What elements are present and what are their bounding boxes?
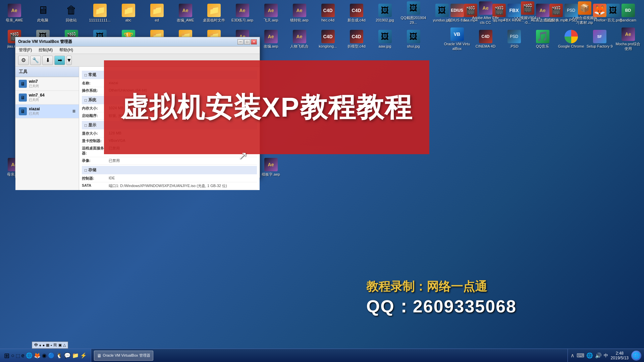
icon-mocha-pro[interactable]: Ae Mocha pro综合使用 [614,26,642,52]
icon-foldmodel[interactable]: C4D 折模型.c4d [342,26,371,52]
desktop-icon-desktop-files[interactable]: 📁 桌面临时文件 [200,0,228,26]
edge-icon[interactable]: e [21,353,24,359]
desktop-icon-abc[interactable]: 📁 abc [114,0,143,26]
icon-edius[interactable]: EDIUS EDIUS 8.5 [443,0,471,26]
vbox-menubar: 管理(F) 控制(M) 帮助(H) [15,47,260,54]
desktop-icon-feitian-aep[interactable]: Ae 飞天.aep [257,0,285,26]
360-tb-icon[interactable]: 🔵 [48,352,55,359]
icon-firefox[interactable]: 🦊 Firefox [585,0,614,26]
desktop-icon-computer[interactable]: 🖥 此电脑 [29,0,57,26]
vbox-titlebar: Oracle VM VirtualBox 管理器 ─ □ ✕ [15,37,260,47]
vm-info-win7: win7 已关闭 [29,79,39,88]
menu-help[interactable]: 帮助(H) [57,47,75,54]
icon-template-aep[interactable]: Ae 模板字.aep [257,154,285,180]
icon-shui[interactable]: 🖼 shui.jpg [399,26,428,52]
toolbar-down-btn[interactable]: ⬇ [42,56,53,65]
tray-icons: ∧ ⌨ 🌐 🔊 中 [571,352,608,359]
icon-virtualbox[interactable]: VB Oracle VM VirtualBox [443,26,471,52]
tray-lang[interactable]: 中 [604,353,608,359]
icon-ae-expr[interactable]: Ae AE表达式试炼 [528,0,557,26]
file-mgr-tb-icon[interactable]: 📁 [72,352,79,359]
icon-gaib-aep[interactable]: Ae 改编.aep [257,26,285,52]
toolbar-right-btn[interactable]: ➡ [54,56,65,65]
vm-item-win7[interactable]: 🖥 win7 已关闭 [15,77,79,91]
detail-record: 录像: 已禁用 [82,157,257,165]
icon-qqmusic[interactable]: 🎵 QQ音乐 [528,26,557,52]
firefox-tb-icon[interactable]: 🦊 [34,352,41,359]
icon-fbxreview[interactable]: FBX FBX Revie... [500,0,528,26]
vm-name-xiazai: xiazai [29,107,70,111]
chrome-tb-icon[interactable]: ◉ [42,352,47,359]
vm-item-win764[interactable]: 🖥 win7_64 已关闭 [15,91,79,105]
icon-psd1[interactable]: PSD lz.PSD [557,0,585,26]
vm-menu-icon: ≡ [72,108,75,114]
vbox-tb-icon: 🖥 [97,353,102,358]
vm-name-win7: win7 [29,79,39,84]
maximize-button[interactable]: □ [244,39,250,45]
vbox-window-controls: ─ □ ✕ [237,39,257,45]
ime-simplified[interactable]: 简 [53,343,57,348]
tray-expand[interactable]: ∧ [571,352,575,359]
vm-name-win764: win7_64 [29,93,45,98]
desktop-icon-jzl-aep[interactable]: Ae 镜转轮.aep [285,0,314,26]
toolbar-settings-btn[interactable]: ⚙ [18,56,29,65]
clock[interactable]: 2:48 2019/5/13 [611,351,629,360]
toolbar-tools-btn[interactable]: 🔧 [30,56,41,65]
ime-toolbar[interactable]: 中 ♦ ● ▦ ▪ 简 ▣ △ [32,342,68,349]
notification-globe[interactable]: 🌐 [631,351,641,361]
taskbar-vbox-app[interactable]: 🖥 Oracle VM VirtualBox 管理器 [94,351,153,361]
value-record: 已禁用 [109,158,257,163]
desktop-icon-xinhecheng-c4d[interactable]: C4D 新合成.c4d [342,0,371,26]
vm-icon-xiazai: 🖥 [19,107,27,115]
ime-triangle: △ [63,343,66,347]
desktop-icon-gaib-ame[interactable]: Ae 改编_AME [171,0,200,26]
minimize-button[interactable]: ─ [237,39,244,45]
menu-control[interactable]: 控制(M) [37,47,55,54]
icon-setup-factory[interactable]: SF Setup Factory 9 [585,26,614,52]
desktop-icon-hec-c4d[interactable]: C4D hec.c4d [314,0,342,26]
icon-cinema4d[interactable]: C4D CINEMA 4D [471,26,500,52]
section-system-label: 系统 [88,97,96,103]
icon-konglong[interactable]: C4D konglong... [314,26,342,52]
desktop-icon-111[interactable]: 📁 111111111... [86,0,114,26]
desktop-icon-recycle[interactable]: 🗑 回收站 [57,0,86,26]
icon-bandicam[interactable]: BD Bandicam [614,0,642,26]
ime-chinese[interactable]: 中 [34,343,38,348]
desktop-icon-muqin-ame[interactable]: Ae 母亲_AME [0,0,29,26]
start-windows-icon[interactable]: ⊞ [4,352,10,360]
menu-manage[interactable]: 管理(F) [17,47,34,54]
icon-people-plane[interactable]: Ae 人物飞机合 [285,26,314,52]
close-button[interactable]: ✕ [251,39,257,45]
desktop-icon-201902[interactable]: 🖼 201902.jpg [371,0,399,26]
section-system-icon: □ [85,98,87,103]
toolbar-dropdown-btn[interactable]: ▼ [66,56,72,65]
label-record: 录像: [82,158,109,163]
tray-network[interactable]: 🌐 [586,352,593,359]
desktop-icon-ed[interactable]: 📁 ed [143,0,171,26]
desktop-icon-e3d-aep[interactable]: Ae E3D练习.aep [228,0,257,26]
section-storage-icon: □ [85,168,87,173]
vm-item-xiazai[interactable]: 🖥 xiazai 已关闭 ≡ [15,105,79,118]
overlay-info: 教程录制：网络一点通 QQ：2609335068 [366,279,517,318]
icon-chrome[interactable]: Google Chrome [557,26,585,52]
tray-volume[interactable]: 🔊 [595,352,602,359]
vbox-title: Oracle VM VirtualBox 管理器 [18,39,237,45]
icon-aefx[interactable]: Ae Adobe After Effects CC [471,0,500,26]
tray-keyboard[interactable]: ⌨ [577,352,584,359]
clock-time: 2:48 [611,351,629,356]
thunder-tb-icon[interactable]: ⚡ [80,352,87,359]
desktop-icon-qq-screenshot[interactable]: 🖼 QQ截图20190429... [399,0,428,26]
start-search-icon[interactable]: ○ [11,353,14,359]
icon-aaw[interactable]: 🖼 aaw.jpg [371,26,399,52]
banner-text: 虚拟机安装XP教程教程 [121,92,412,123]
qq-tb-icon[interactable]: 🐧 [56,352,63,359]
ie-icon[interactable]: 🌐 [26,352,33,359]
wechat-tb-icon[interactable]: 💬 [64,352,71,359]
desktop: Oracle VM VirtualBox 管理器 ─ □ ✕ 管理(F) 控制(… [0,0,644,362]
label-sata: SATA [82,183,109,187]
value-ctrl: IDE [109,176,257,180]
detail-sata: SATA 端口1: D:/WindowsXP/WINDOWSXPZHUANJIY… [82,182,257,190]
icon-psd2[interactable]: PSD .PSD [500,26,528,52]
taskbar-right: ∧ ⌨ 🌐 🔊 中 2:48 2019/5/13 🌐 [568,349,644,362]
start-taskview-icon[interactable]: ⬚ [16,353,20,358]
